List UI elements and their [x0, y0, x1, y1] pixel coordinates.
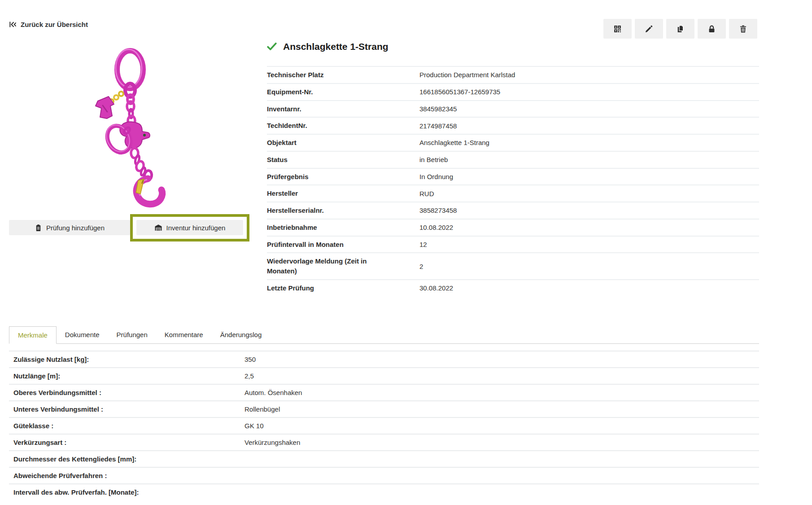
detail-row: HerstellerRUD [267, 184, 759, 202]
tab-dokumente[interactable]: Dokumente [57, 326, 108, 343]
detail-row: Statusin Betrieb [267, 151, 759, 168]
detail-value: 3845982345 [419, 102, 759, 116]
detail-label: Herstellerserialnr. [267, 202, 419, 219]
detail-row: Prüfintervall in Monaten12 [267, 236, 759, 253]
tab-kommentare[interactable]: Kommentare [156, 326, 212, 343]
detail-row: ObjektartAnschlagkette 1-Strang [267, 134, 759, 151]
detail-label: TechIdentNr. [267, 118, 419, 134]
detail-row: Herstellerserialnr.3858273458 [267, 202, 759, 219]
detail-row: Technischer PlatzProduction Department K… [267, 66, 759, 83]
detail-label: Inventarnr. [267, 101, 419, 117]
edit-button[interactable] [635, 19, 663, 39]
attribute-row: Intervall des abw. Prüfverfah. [Monate]: [9, 483, 759, 500]
detail-value: 30.08.2022 [419, 281, 759, 295]
detail-value: in Betrieb [419, 153, 759, 167]
delete-button[interactable] [729, 19, 757, 39]
detail-label: Inbetriebnahme [267, 220, 419, 236]
pencil-icon [645, 25, 653, 33]
attribute-row: Nutzlänge [m]:2,5 [9, 367, 759, 384]
detail-row: Inventarnr.3845982345 [267, 100, 759, 117]
detail-value: 2 [419, 259, 759, 273]
attribute-label: Unteres Verbindungsmittel : [9, 405, 244, 413]
attribute-row: Durchmesser des Kettengliedes [mm]: [9, 450, 759, 467]
back-icon [9, 21, 17, 28]
attribute-value: Autom. Ösenhaken [244, 389, 759, 396]
attribute-row: Verkürzungsart :Verkürzungshaken [9, 434, 759, 450]
clipboard-icon [35, 224, 42, 232]
detail-label: Hersteller [267, 185, 419, 202]
attribute-value: Rollenbügel [244, 405, 759, 413]
attribute-label: Zulässige Nutzlast [kg]: [9, 356, 244, 363]
detail-row: PrüfergebnisIn Ordnung [267, 168, 759, 185]
detail-label: Prüfergebnis [267, 169, 419, 185]
back-link-label: Zurück zur Übersicht [21, 21, 88, 28]
detail-row: Inbetriebnahme10.08.2022 [267, 219, 759, 236]
detail-value: 10.08.2022 [419, 220, 759, 234]
detail-value: Anschlagkette 1-Strang [419, 136, 759, 149]
detail-label: Technischer Platz [267, 67, 419, 83]
add-inventory-label: Inventur hinzufügen [166, 224, 226, 232]
copy-icon [676, 25, 685, 33]
detail-value: 3858273458 [419, 203, 759, 217]
detail-value: Production Department Karlstad [419, 68, 759, 82]
attribute-label: Intervall des abw. Prüfverfah. [Monate]: [9, 488, 244, 496]
attribute-row: Abweichende Prüfverfahren : [9, 467, 759, 483]
detail-value: 1661856051367-12659735 [419, 85, 759, 99]
product-image [81, 38, 184, 218]
detail-label: Equipment-Nr. [267, 84, 419, 100]
detail-value: 12 [419, 237, 759, 251]
attribute-row: Oberes Verbindungsmittel :Autom. Ösenhak… [9, 384, 759, 400]
detail-value: In Ordnung [419, 170, 759, 184]
tabbar: MerkmaleDokumentePrüfungenKommentareÄnde… [9, 326, 759, 344]
attribute-row: Güteklasse :GK 10 [9, 417, 759, 434]
details-table: Technischer PlatzProduction Department K… [267, 66, 759, 296]
attribute-label: Abweichende Prüfverfahren : [9, 472, 244, 479]
tab-merkmale[interactable]: Merkmale [9, 326, 57, 344]
attribute-label: Oberes Verbindungsmittel : [9, 389, 244, 396]
warehouse-icon [154, 224, 162, 232]
detail-row: Wiedervorlage Meldung (Zeit in Monaten)2 [267, 252, 759, 279]
detail-value: 2174987458 [419, 119, 759, 133]
detail-row: TechIdentNr.2174987458 [267, 117, 759, 134]
lock-icon [707, 25, 716, 33]
detail-row: Letzte Prüfung30.08.2022 [267, 279, 759, 296]
trash-icon [739, 25, 747, 33]
attribute-label: Durchmesser des Kettengliedes [mm]: [9, 455, 244, 463]
attribute-row: Zulässige Nutzlast [kg]:350 [9, 351, 759, 367]
tab--nderungslog[interactable]: Änderungslog [212, 326, 271, 343]
detail-row: Equipment-Nr.1661856051367-12659735 [267, 83, 759, 100]
attribute-row: Unteres Verbindungsmittel :Rollenbügel [9, 400, 759, 417]
copy-button[interactable] [666, 19, 694, 39]
attribute-label: Güteklasse : [9, 422, 244, 430]
attribute-value: 350 [244, 356, 759, 363]
detail-label: Letzte Prüfung [267, 280, 419, 296]
attribute-value: GK 10 [244, 422, 759, 430]
attribute-label: Verkürzungsart : [9, 439, 244, 446]
add-inventory-button[interactable]: Inventur hinzufügen [136, 220, 243, 235]
page-title: Anschlagkette 1-Strang [283, 41, 389, 52]
add-inspection-label: Prüfung hinzufügen [46, 224, 105, 232]
attribute-label: Nutzlänge [m]: [9, 372, 244, 380]
status-check-icon [267, 42, 277, 51]
title-row: Anschlagkette 1-Strang [267, 41, 389, 52]
lock-button[interactable] [698, 19, 726, 39]
attribute-value: 2,5 [244, 372, 759, 380]
tab-pr-fungen[interactable]: Prüfungen [108, 326, 156, 343]
qr-code-icon [613, 25, 622, 33]
detail-label: Objektart [267, 135, 419, 151]
qr-code-button[interactable] [603, 19, 632, 39]
detail-label: Prüfintervall in Monaten [267, 237, 419, 253]
add-inspection-button[interactable]: Prüfung hinzufügen [9, 220, 130, 235]
attributes-table: Zulässige Nutzlast [kg]:350Nutzlänge [m]… [9, 351, 759, 500]
detail-label: Wiedervorlage Meldung (Zeit in Monaten) [267, 253, 419, 279]
back-to-overview-link[interactable]: Zurück zur Übersicht [9, 21, 88, 28]
toolbar [603, 19, 757, 39]
attribute-value: Verkürzungshaken [244, 439, 759, 446]
detail-label: Status [267, 152, 419, 168]
sling-chain-illustration [81, 38, 184, 218]
detail-value: RUD [419, 187, 759, 201]
